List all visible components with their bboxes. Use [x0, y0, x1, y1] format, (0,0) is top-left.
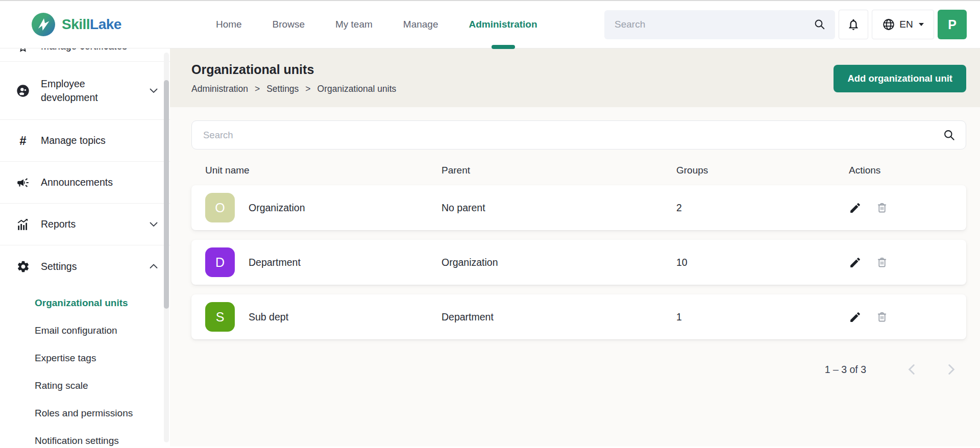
trash-icon — [876, 256, 888, 268]
nav-item-home[interactable]: Home — [216, 1, 242, 48]
delete-button[interactable] — [876, 311, 888, 323]
nav-item-administration[interactable]: Administration — [469, 1, 537, 48]
hash-icon: # — [14, 134, 32, 148]
sidebar-item-rating-scale[interactable]: Rating scale — [0, 372, 170, 400]
certificate-icon — [14, 48, 32, 53]
sidebar-item-settings[interactable]: Settings — [0, 245, 170, 287]
notifications-button[interactable] — [839, 10, 868, 39]
language-selector[interactable]: EN — [872, 10, 934, 39]
unit-groups-count: 2 — [676, 202, 849, 214]
page-header: Organizational units Administration > Se… — [170, 48, 980, 107]
chevron-down-icon — [150, 88, 158, 93]
unit-name: Sub dept — [249, 311, 288, 323]
bell-icon — [847, 18, 860, 31]
sidebar-item-label: Settings — [41, 260, 77, 273]
trash-icon — [876, 311, 888, 323]
add-organizational-unit-button[interactable]: Add organizational unit — [834, 65, 966, 92]
units-search-input[interactable] — [191, 120, 966, 150]
skilllake-logo-icon — [32, 13, 55, 36]
delete-button[interactable] — [876, 202, 888, 214]
chevron-up-icon — [150, 264, 158, 269]
table-header-row: Unit name Parent Groups Actions — [191, 150, 966, 185]
delete-button[interactable] — [876, 256, 888, 268]
nav-item-browse[interactable]: Browse — [273, 1, 305, 48]
megaphone-icon — [14, 176, 32, 189]
page-title: Organizational units — [191, 62, 396, 77]
brand-logo[interactable]: SkillLake — [32, 13, 121, 36]
sidebar-item-organizational-units[interactable]: Organizational units — [0, 289, 170, 317]
pagination-range-label: 1 – 3 of 3 — [825, 364, 866, 376]
sidebar-item-email-configuration[interactable]: Email configuration — [0, 317, 170, 344]
units-search — [191, 120, 966, 150]
edit-button[interactable] — [849, 256, 862, 269]
brand-lake: Lake — [90, 16, 121, 32]
edit-button[interactable] — [849, 311, 862, 323]
sidebar-item-manage-topics[interactable]: # Manage topics — [0, 120, 170, 162]
page-layout: Manage certificates Employee development… — [0, 48, 980, 446]
main-content: Organizational units Administration > Se… — [170, 48, 980, 446]
breadcrumb-organizational-units[interactable]: Organizational units — [317, 84, 397, 94]
nav-item-my-team[interactable]: My team — [335, 1, 373, 48]
global-search-input[interactable] — [615, 19, 814, 30]
sidebar-item-announcements[interactable]: Announcements — [0, 162, 170, 204]
sidebar-item-label: Employee development — [41, 77, 128, 104]
sidebar-item-notification-settings[interactable]: Notification settings — [0, 427, 170, 446]
breadcrumb-separator: > — [255, 84, 260, 94]
breadcrumb-administration[interactable]: Administration — [191, 84, 248, 94]
gear-icon — [14, 260, 32, 273]
chevron-down-icon — [150, 222, 158, 227]
chevron-down-icon — [919, 23, 924, 26]
user-avatar[interactable]: P — [938, 10, 967, 39]
unit-avatar: D — [205, 247, 235, 277]
nav-item-manage[interactable]: Manage — [403, 1, 438, 48]
sidebar-item-label: Manage certificates — [41, 48, 127, 53]
chart-icon — [14, 218, 32, 231]
breadcrumb-settings[interactable]: Settings — [266, 84, 299, 94]
units-panel: Unit name Parent Groups Actions O Organi… — [170, 107, 980, 446]
sidebar-item-label: Reports — [41, 217, 76, 231]
chevron-left-icon — [907, 364, 916, 375]
sidebar-scrollbar-thumb[interactable] — [164, 80, 169, 309]
sidebar-item-reports[interactable]: Reports — [0, 204, 170, 245]
unit-name: Department — [249, 257, 301, 268]
main-nav: Home Browse My team Manage Administratio… — [216, 1, 537, 48]
search-icon[interactable] — [814, 18, 826, 31]
search-icon[interactable] — [943, 129, 956, 142]
sidebar-item-employee-development[interactable]: Employee development — [0, 62, 170, 120]
globe-icon — [882, 18, 895, 31]
table-row: O Organization No parent 2 — [191, 185, 966, 230]
unit-avatar: O — [205, 193, 235, 222]
column-header-groups: Groups — [676, 165, 849, 176]
sidebar-item-manage-certificates[interactable]: Manage certificates — [0, 48, 170, 62]
unit-parent: Organization — [442, 257, 676, 268]
unit-avatar: S — [205, 302, 235, 332]
pagination: 1 – 3 of 3 — [191, 362, 966, 377]
breadcrumb: Administration > Settings > Organization… — [191, 84, 396, 94]
person-icon — [14, 84, 32, 98]
sidebar-item-roles-and-permissions[interactable]: Roles and permissions — [0, 400, 170, 427]
unit-parent: No parent — [442, 202, 676, 214]
trash-icon — [876, 202, 888, 214]
global-search — [604, 10, 835, 39]
top-bar: SkillLake Home Browse My team Manage Adm… — [0, 0, 980, 48]
sidebar-item-label: Announcements — [41, 176, 113, 189]
pencil-icon — [849, 311, 862, 323]
unit-parent: Department — [442, 311, 676, 323]
pencil-icon — [849, 202, 862, 214]
sidebar-item-expertise-tags[interactable]: Expertise tags — [0, 344, 170, 372]
edit-button[interactable] — [849, 202, 862, 214]
pagination-prev-button[interactable] — [905, 362, 918, 377]
column-header-actions: Actions — [849, 165, 966, 176]
table-row: D Department Organization 10 — [191, 240, 966, 285]
brand-name: SkillLake — [62, 16, 121, 33]
brand-skill: Skill — [62, 16, 90, 32]
sidebar-item-label: Manage topics — [41, 134, 106, 147]
language-label: EN — [899, 19, 913, 30]
unit-name: Organization — [249, 202, 305, 214]
settings-submenu: Organizational units Email configuration… — [0, 287, 170, 446]
pencil-icon — [849, 256, 862, 269]
column-header-unit-name: Unit name — [205, 165, 442, 176]
table-row: S Sub dept Department 1 — [191, 294, 966, 339]
pagination-next-button[interactable] — [945, 362, 958, 377]
unit-groups-count: 10 — [676, 257, 849, 268]
